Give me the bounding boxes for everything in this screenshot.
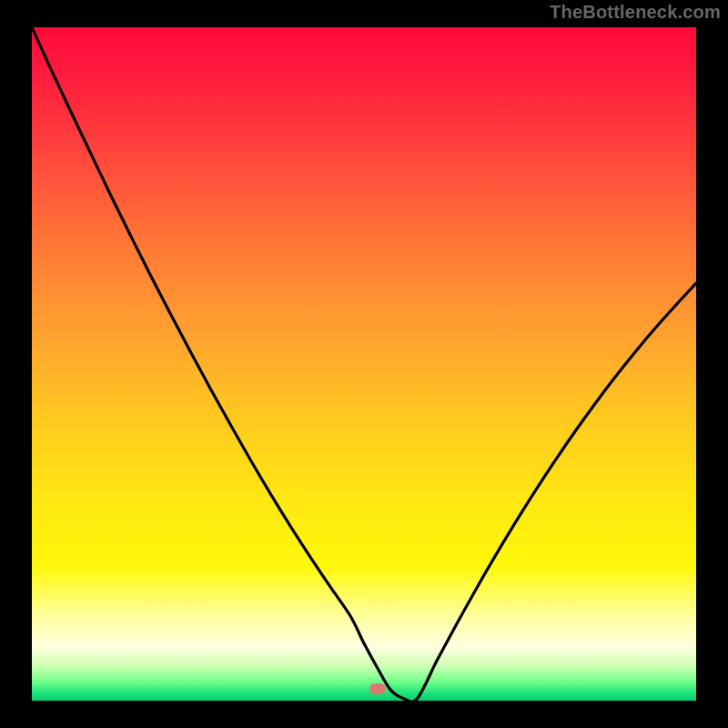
curve-path (32, 27, 696, 701)
bottleneck-curve (32, 27, 696, 701)
watermark-text: TheBottleneck.com (550, 2, 721, 23)
chart-frame: TheBottleneck.com (0, 0, 728, 728)
plot-area (32, 27, 696, 701)
optimal-marker (369, 683, 386, 694)
